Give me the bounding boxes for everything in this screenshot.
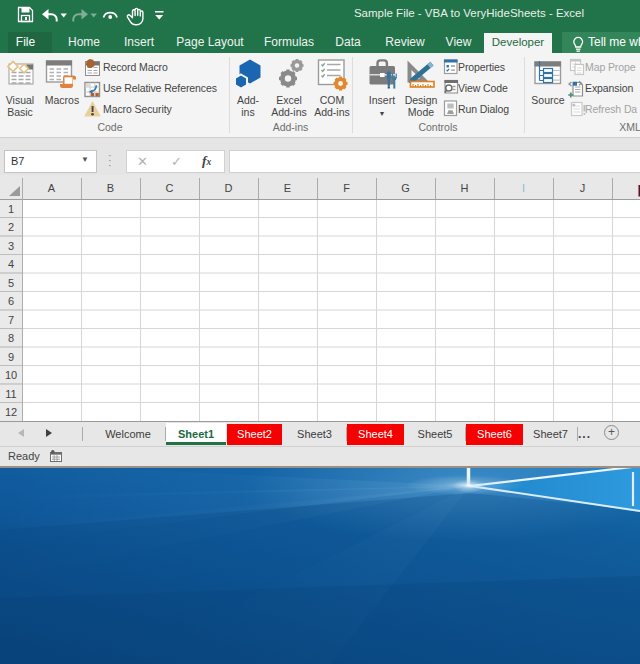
svg-text:D: D xyxy=(225,182,233,194)
svg-text:10: 10 xyxy=(5,369,17,381)
svg-text:G: G xyxy=(401,182,410,194)
svg-text:12: 12 xyxy=(5,406,17,418)
svg-text:9: 9 xyxy=(8,351,14,363)
svg-text:11: 11 xyxy=(5,388,16,400)
svg-text:2: 2 xyxy=(8,221,14,233)
svg-text:4: 4 xyxy=(8,258,14,270)
svg-text:F: F xyxy=(343,182,350,194)
svg-text:7: 7 xyxy=(8,314,14,326)
svg-text:3: 3 xyxy=(8,240,14,252)
svg-text:5: 5 xyxy=(8,277,14,289)
svg-text:C: C xyxy=(166,182,174,194)
svg-text:B: B xyxy=(107,182,114,194)
svg-text:I: I xyxy=(522,182,525,194)
svg-text:E: E xyxy=(284,182,291,194)
svg-text:J: J xyxy=(580,182,586,194)
svg-text:6: 6 xyxy=(8,295,14,307)
svg-text:1: 1 xyxy=(8,203,14,215)
svg-text:H: H xyxy=(461,182,469,194)
svg-text:8: 8 xyxy=(8,332,14,344)
svg-text:A: A xyxy=(48,182,56,194)
